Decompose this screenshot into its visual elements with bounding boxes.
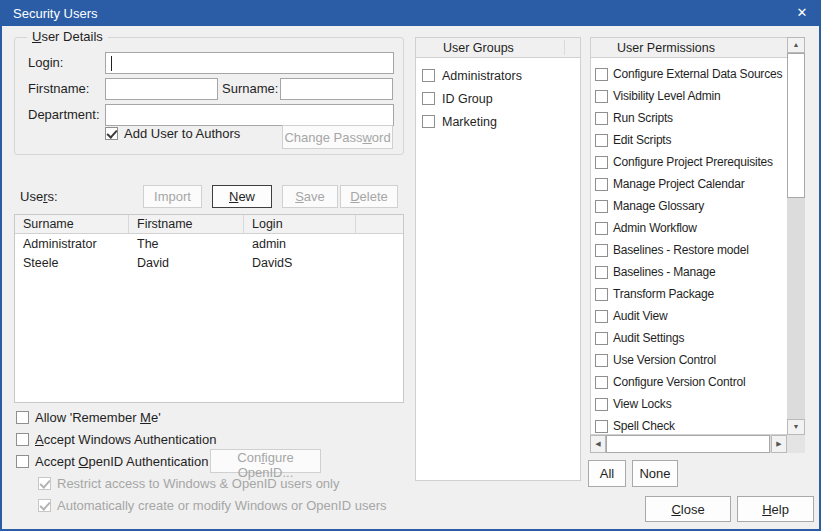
cell-surname: Administrator: [15, 237, 129, 253]
permission-item[interactable]: Transform Package: [591, 283, 787, 305]
cell-login: DavidS: [244, 256, 356, 272]
surname-field[interactable]: [280, 78, 393, 100]
checkbox-icon: [595, 376, 608, 389]
group-item-administrators[interactable]: Administrators: [416, 64, 580, 87]
scrollbar-corner: [787, 435, 805, 453]
checkbox-check-icon: [38, 477, 51, 490]
import-button[interactable]: Import: [143, 185, 202, 208]
scroll-left-icon[interactable]: ◀: [590, 435, 606, 453]
permission-item[interactable]: Configure External Data Sources: [591, 63, 787, 85]
permission-item[interactable]: Configure Project Prerequisites: [591, 151, 787, 173]
column-header-empty[interactable]: [356, 215, 403, 233]
table-row[interactable]: Administrator The admin: [15, 234, 403, 253]
vertical-scroll-thumb[interactable]: [787, 53, 805, 198]
permission-item[interactable]: Spell Check: [591, 415, 787, 437]
close-icon[interactable]: ✕: [794, 5, 810, 21]
permission-item[interactable]: Baselines - Restore model: [591, 239, 787, 261]
save-button[interactable]: Save: [282, 185, 338, 208]
column-header-firstname[interactable]: Firstname: [129, 215, 244, 233]
auto-create-label: Automatically create or modify Windows o…: [57, 498, 386, 513]
checkbox-icon: [595, 112, 608, 125]
windows-auth-label: Accept Windows Authentication: [35, 432, 216, 447]
checkbox-icon: [595, 156, 608, 169]
permission-label: Baselines - Manage: [613, 265, 715, 279]
permission-item[interactable]: Configure Version Control: [591, 371, 787, 393]
restrict-access-checkbox[interactable]: Restrict access to Windows & OpenID user…: [38, 476, 340, 491]
openid-auth-checkbox[interactable]: Accept OpenID Authentication: [16, 454, 208, 469]
permission-label: Transform Package: [613, 287, 714, 301]
group-item-marketing[interactable]: Marketing: [416, 110, 580, 133]
cell-login: admin: [244, 237, 356, 253]
horizontal-scroll-thumb[interactable]: [606, 435, 770, 453]
checkbox-icon: [595, 288, 608, 301]
permission-label: Manage Project Calendar: [613, 177, 744, 191]
permission-label: Manage Glossary: [613, 199, 704, 213]
configure-openid-button[interactable]: Configure OpenID...: [210, 449, 321, 473]
auto-create-checkbox[interactable]: Automatically create or modify Windows o…: [38, 498, 386, 513]
permission-item[interactable]: Audit Settings: [591, 327, 787, 349]
surname-label: Surname:: [222, 81, 278, 96]
scroll-down-icon[interactable]: ▼: [787, 419, 805, 435]
user-permissions-listbox: User Permissions Configure External Data…: [590, 37, 788, 435]
security-users-dialog: Security Users ✕ User Details Login: Fir…: [0, 0, 821, 531]
column-header-login[interactable]: Login: [244, 215, 356, 233]
none-button[interactable]: None: [632, 460, 678, 487]
delete-button[interactable]: Delete: [340, 185, 398, 208]
help-button[interactable]: Help: [737, 496, 814, 522]
permission-item[interactable]: Baselines - Manage: [591, 261, 787, 283]
group-item-id-group[interactable]: ID Group: [416, 87, 580, 110]
permission-item[interactable]: Manage Glossary: [591, 195, 787, 217]
restrict-access-label: Restrict access to Windows & OpenID user…: [57, 476, 340, 491]
permission-item[interactable]: Audit View: [591, 305, 787, 327]
windows-auth-checkbox[interactable]: Accept Windows Authentication: [16, 432, 216, 447]
header-divider: [564, 40, 565, 55]
permission-item[interactable]: Run Scripts: [591, 107, 787, 129]
new-button[interactable]: New: [212, 185, 272, 208]
department-label: Department:: [28, 107, 100, 122]
permission-item[interactable]: Use Version Control: [591, 349, 787, 371]
permission-label: Configure External Data Sources: [613, 67, 782, 81]
dialog-body: User Details Login: Firstname: Surname: …: [2, 26, 819, 529]
user-permissions-panel: User Permissions Configure External Data…: [590, 37, 806, 453]
checkbox-icon: [595, 266, 608, 279]
checkbox-icon: [595, 90, 608, 103]
permission-item[interactable]: Visibility Level Admin: [591, 85, 787, 107]
scroll-up-icon[interactable]: ▲: [787, 37, 805, 53]
group-label: Administrators: [442, 69, 522, 83]
all-button[interactable]: All: [588, 460, 626, 487]
checkbox-icon: [595, 354, 608, 367]
cell-firstname: David: [129, 256, 244, 272]
change-password-button[interactable]: Change Password: [282, 125, 393, 149]
add-user-to-authors-checkbox[interactable]: Add User to Authors: [105, 126, 240, 141]
vertical-scrollbar[interactable]: ▲ ▼: [787, 37, 805, 435]
permission-label: Audit View: [613, 309, 667, 323]
department-field[interactable]: [105, 104, 394, 126]
checkbox-icon: [595, 310, 608, 323]
horizontal-scrollbar[interactable]: ◀ ▶: [590, 435, 787, 453]
permission-item[interactable]: Manage Project Calendar: [591, 173, 787, 195]
title-bar[interactable]: Security Users ✕: [0, 0, 821, 26]
permission-item[interactable]: Admin Workflow: [591, 217, 787, 239]
scroll-right-icon[interactable]: ▶: [771, 435, 787, 453]
column-header-surname[interactable]: Surname: [15, 215, 129, 233]
permission-label: Audit Settings: [613, 331, 684, 345]
login-field[interactable]: [105, 52, 394, 74]
checkbox-icon: [595, 222, 608, 235]
permission-label: Run Scripts: [613, 111, 673, 125]
checkbox-icon: [595, 420, 608, 433]
remember-me-checkbox[interactable]: Allow 'Remember Me': [16, 410, 161, 425]
cell-firstname: The: [129, 237, 244, 253]
cell-surname: Steele: [15, 256, 129, 272]
permission-item[interactable]: View Locks: [591, 393, 787, 415]
user-permissions-list: Configure External Data Sources Visibili…: [591, 58, 787, 437]
checkbox-icon: [16, 411, 29, 424]
firstname-field[interactable]: [105, 78, 218, 100]
close-button[interactable]: Close: [645, 496, 731, 522]
checkbox-icon: [595, 68, 608, 81]
checkbox-icon: [595, 244, 608, 257]
permission-label: Admin Workflow: [613, 221, 697, 235]
table-row[interactable]: Steele David DavidS: [15, 253, 403, 272]
permission-label: Edit Scripts: [613, 133, 671, 147]
permission-item[interactable]: Edit Scripts: [591, 129, 787, 151]
user-details-legend: User Details: [27, 29, 108, 44]
